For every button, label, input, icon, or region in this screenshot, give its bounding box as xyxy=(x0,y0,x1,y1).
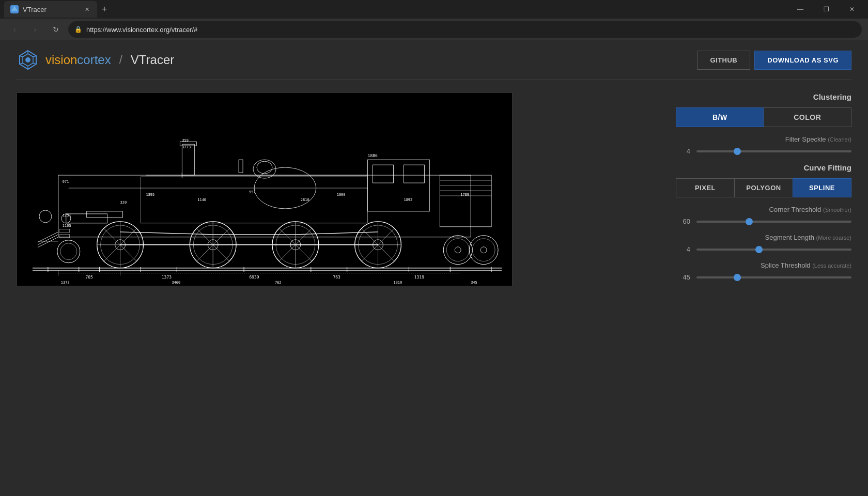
title-bar: VTracer ✕ + — ❐ ✕ xyxy=(0,0,868,19)
back-button[interactable]: ‹ xyxy=(6,21,23,38)
svg-text:2810: 2810 xyxy=(301,198,309,202)
filter-speckle-label: Filter Speckle (Cleaner) xyxy=(676,135,851,143)
splice-threshold-row: 45 xyxy=(676,273,851,281)
segment-length-value: 4 xyxy=(676,245,690,253)
curve-fitting-title: Curve Fitting xyxy=(676,163,851,172)
svg-text:762: 762 xyxy=(275,281,282,285)
clustering-btn-group: B/W COLOR xyxy=(676,107,851,127)
svg-point-4 xyxy=(25,57,30,63)
svg-rect-18 xyxy=(440,175,491,227)
corner-threshold-slider[interactable] xyxy=(696,221,851,223)
svg-rect-16 xyxy=(373,165,394,183)
bw-button[interactable]: B/W xyxy=(676,107,764,127)
spline-button[interactable]: SPLINE xyxy=(793,178,851,197)
segment-length-row: 4 xyxy=(676,245,851,253)
svg-text:3273: 3273 xyxy=(182,145,191,149)
splice-threshold-label: Splice Threshold (Less accurate) xyxy=(676,261,851,269)
train-blueprint-svg: 705 1373 6939 763 1319 320 1895 1140 957… xyxy=(17,92,512,286)
logo-vtracer: VTracer xyxy=(131,53,174,67)
tab-close-button[interactable]: ✕ xyxy=(83,5,91,13)
controls-panel: Clustering B/W COLOR Filter Speckle (Cle… xyxy=(676,92,851,289)
splice-threshold-slider[interactable] xyxy=(696,276,851,278)
svg-rect-15 xyxy=(368,160,430,211)
filter-speckle-row: 4 xyxy=(676,147,851,155)
browser-chrome: VTracer ✕ + — ❐ ✕ ‹ › ↻ 🔒 https://www.vi… xyxy=(0,0,868,40)
svg-rect-63 xyxy=(239,160,243,173)
svg-line-91 xyxy=(38,237,58,247)
svg-point-51 xyxy=(472,239,495,261)
polygon-button[interactable]: POLYGON xyxy=(734,178,793,197)
svg-text:3460: 3460 xyxy=(172,281,180,285)
corner-threshold-value: 60 xyxy=(676,218,690,225)
close-button[interactable]: ✕ xyxy=(840,1,864,18)
svg-text:1319: 1319 xyxy=(393,281,402,285)
browser-toolbar: ‹ › ↻ 🔒 https://www.visioncortex.org/vtr… xyxy=(0,19,868,40)
svg-point-52 xyxy=(481,247,487,253)
github-button[interactable]: GITHUB xyxy=(697,51,750,70)
svg-rect-17 xyxy=(404,165,424,183)
svg-point-54 xyxy=(60,243,77,260)
new-tab-button[interactable]: + xyxy=(97,2,112,17)
tab-favicon xyxy=(10,5,19,13)
svg-text:1140: 1140 xyxy=(197,198,206,202)
maximize-button[interactable]: ❐ xyxy=(814,1,838,18)
clustering-title: Clustering xyxy=(676,92,851,101)
svg-line-89 xyxy=(38,232,58,242)
svg-point-112 xyxy=(39,210,52,223)
svg-text:705: 705 xyxy=(86,275,94,280)
svg-text:763: 763 xyxy=(333,275,341,280)
image-area: 705 1373 6939 763 1319 320 1895 1140 957… xyxy=(17,92,659,286)
logo-slash: / xyxy=(119,53,122,67)
svg-text:1105: 1105 xyxy=(63,224,71,228)
svg-point-53 xyxy=(57,240,80,263)
svg-rect-58 xyxy=(87,211,123,218)
window-controls: — ❐ ✕ xyxy=(788,1,864,18)
svg-text:320: 320 xyxy=(120,200,127,205)
svg-rect-88 xyxy=(141,177,368,223)
tab-title: VTracer xyxy=(23,6,47,13)
corner-threshold-label: Corner Threshold (Smoother) xyxy=(676,206,851,213)
svg-point-49 xyxy=(455,247,461,253)
pixel-button[interactable]: PIXEL xyxy=(676,178,734,197)
logo-cortex: cortex xyxy=(77,53,111,67)
forward-button[interactable]: › xyxy=(27,21,43,38)
color-button[interactable]: COLOR xyxy=(764,107,852,127)
header-buttons: GITHUB DOWNLOAD AS SVG xyxy=(697,51,851,70)
svg-text:1892: 1892 xyxy=(404,198,412,202)
lock-icon: 🔒 xyxy=(74,26,82,33)
svg-point-61 xyxy=(257,161,272,174)
url-display: https://www.visioncortex.org/vtracer/# xyxy=(86,26,197,34)
svg-point-50 xyxy=(469,236,498,265)
svg-text:1789: 1789 xyxy=(460,193,469,197)
blueprint-canvas[interactable]: 705 1373 6939 763 1319 320 1895 1140 957… xyxy=(17,92,513,286)
address-bar[interactable]: 🔒 https://www.visioncortex.org/vtracer/# xyxy=(68,21,862,38)
splice-threshold-value: 45 xyxy=(676,273,690,281)
svg-text:1319: 1319 xyxy=(414,275,424,280)
svg-text:1373: 1373 xyxy=(162,275,172,280)
filter-speckle-value: 4 xyxy=(676,147,690,155)
refresh-button[interactable]: ↻ xyxy=(48,21,64,38)
filter-speckle-slider[interactable] xyxy=(696,150,851,152)
download-svg-button[interactable]: DOWNLOAD AS SVG xyxy=(754,51,851,70)
main-content: 705 1373 6939 763 1319 320 1895 1140 957… xyxy=(0,80,868,302)
svg-text:1373: 1373 xyxy=(61,281,70,285)
svg-point-48 xyxy=(446,239,469,261)
svg-text:1886: 1886 xyxy=(368,153,378,158)
title-bar-left: VTracer ✕ + xyxy=(4,1,112,18)
svg-line-90 xyxy=(38,235,58,245)
app-header: visioncortex / VTracer GITHUB DOWNLOAD A… xyxy=(0,40,868,80)
svg-text:1000: 1000 xyxy=(337,193,346,197)
svg-point-47 xyxy=(443,236,472,265)
logo-area: visioncortex / VTracer xyxy=(17,49,174,71)
svg-text:345: 345 xyxy=(471,281,477,285)
svg-text:359: 359 xyxy=(182,138,189,143)
svg-text:971: 971 xyxy=(63,180,69,184)
segment-length-slider[interactable] xyxy=(696,249,851,251)
corner-threshold-row: 60 xyxy=(676,218,851,225)
minimize-button[interactable]: — xyxy=(788,1,812,18)
browser-tab[interactable]: VTracer ✕ xyxy=(4,1,97,18)
svg-text:6939: 6939 xyxy=(249,275,259,280)
svg-text:957: 957 xyxy=(249,190,256,194)
svg-text:1895: 1895 xyxy=(146,193,154,197)
segment-length-label: Segment Length (More coarse) xyxy=(676,234,851,241)
